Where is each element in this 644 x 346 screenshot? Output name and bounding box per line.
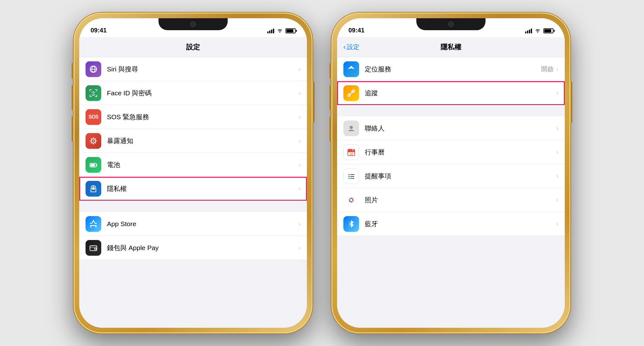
faceid-label: Face ID 與密碼 bbox=[107, 89, 298, 98]
photos-label: 照片 bbox=[365, 196, 556, 204]
battery-row-icon bbox=[86, 157, 101, 173]
phone-1: 09:41 設定 bbox=[74, 13, 313, 333]
reminders-label: 提醒事項 bbox=[365, 172, 556, 181]
settings-row-calendar[interactable]: 14 行事曆 › bbox=[337, 140, 565, 164]
settings-row-privacy[interactable]: 隱私權 › bbox=[79, 177, 307, 201]
svg-rect-25 bbox=[96, 164, 97, 166]
settings-row-exposure[interactable]: 暴露通知 › bbox=[79, 129, 307, 153]
sos-icon: SOS bbox=[86, 109, 101, 125]
signal-icon-2 bbox=[525, 29, 532, 33]
svg-point-12 bbox=[92, 92, 93, 92]
mute-button-2 bbox=[330, 63, 331, 79]
settings-row-battery[interactable]: 電池 › bbox=[79, 153, 307, 177]
status-icons-1 bbox=[267, 28, 296, 34]
svg-text:14: 14 bbox=[350, 152, 353, 155]
reminders-chevron: › bbox=[556, 172, 558, 180]
privacy-list: 定位服務 開啟 › 追蹤 bbox=[337, 57, 565, 328]
contacts-icon bbox=[343, 120, 359, 136]
svg-point-43 bbox=[348, 178, 350, 179]
bluetooth-icon bbox=[343, 216, 359, 232]
privacy-icon bbox=[86, 181, 101, 197]
svg-point-41 bbox=[348, 174, 350, 175]
location-chevron: › bbox=[556, 65, 558, 73]
settings-row-bluetooth[interactable]: 藍牙 › bbox=[337, 212, 565, 236]
svg-point-35 bbox=[350, 126, 353, 129]
wallet-icon bbox=[86, 240, 101, 256]
svg-line-22 bbox=[95, 138, 96, 139]
volume-up-button-2 bbox=[330, 85, 331, 110]
volume-down-button bbox=[72, 116, 74, 142]
settings-group-1: Siri 與搜尋 › bbox=[79, 57, 307, 201]
privacy-chevron: › bbox=[298, 185, 301, 192]
settings-row-tracking[interactable]: 追蹤 › bbox=[337, 81, 565, 105]
back-button[interactable]: ‹ 設定 bbox=[343, 43, 359, 51]
svg-point-15 bbox=[93, 140, 94, 142]
svg-line-21 bbox=[95, 142, 96, 143]
mute-button bbox=[72, 63, 74, 79]
photos-chevron: › bbox=[556, 196, 558, 204]
power-button-2 bbox=[570, 82, 572, 123]
exposure-icon bbox=[86, 133, 101, 149]
power-button bbox=[313, 82, 314, 123]
battery-icon-1 bbox=[286, 28, 296, 33]
location-value: 開啟 bbox=[541, 65, 554, 73]
settings-row-appstore[interactable]: App Store › bbox=[79, 212, 307, 236]
status-icons-2 bbox=[525, 28, 553, 34]
volume-up-button bbox=[72, 85, 74, 110]
section-separator-2 bbox=[337, 105, 565, 116]
notch-1 bbox=[158, 18, 228, 30]
tracking-label: 追蹤 bbox=[365, 89, 556, 98]
svg-rect-37 bbox=[348, 149, 355, 152]
appstore-icon bbox=[86, 216, 101, 232]
reminders-icon bbox=[343, 168, 359, 184]
settings-row-location[interactable]: 定位服務 開啟 › bbox=[337, 57, 565, 81]
privacy-title: 隱私權 bbox=[441, 42, 461, 52]
faceid-icon bbox=[86, 85, 101, 101]
svg-rect-26 bbox=[91, 164, 95, 166]
settings-row-siri[interactable]: Siri 與搜尋 › bbox=[79, 57, 307, 81]
calendar-label: 行事曆 bbox=[365, 148, 556, 157]
settings-row-faceid[interactable]: Face ID 與密碼 › bbox=[79, 81, 307, 105]
svg-rect-9 bbox=[97, 89, 97, 92]
bluetooth-chevron: › bbox=[556, 220, 558, 227]
siri-icon bbox=[86, 61, 101, 77]
sos-chevron: › bbox=[298, 113, 301, 120]
privacy-label: 隱私權 bbox=[107, 184, 298, 193]
back-label: 設定 bbox=[347, 43, 359, 51]
wifi-icon-1 bbox=[277, 28, 283, 34]
location-icon bbox=[343, 61, 359, 77]
svg-rect-10 bbox=[97, 95, 97, 97]
settings-row-wallet[interactable]: 錢包與 Apple Pay › bbox=[79, 236, 307, 260]
privacy-nav-header: ‹ 設定 隱私權 bbox=[337, 37, 565, 57]
tracking-icon bbox=[343, 85, 359, 101]
appstore-label: App Store bbox=[107, 220, 298, 228]
battery-label: 電池 bbox=[107, 160, 298, 169]
phone-2: 09:41 ‹ 設定 隱私權 bbox=[331, 13, 570, 333]
settings-row-contacts[interactable]: 聯絡人 › bbox=[337, 116, 565, 140]
settings-nav-header: 設定 bbox=[79, 37, 307, 57]
siri-label: Siri 與搜尋 bbox=[107, 65, 298, 74]
exposure-chevron: › bbox=[298, 137, 301, 144]
phone-screen-1: 09:41 設定 bbox=[79, 18, 307, 328]
privacy-group-tracking: 追蹤 › bbox=[337, 81, 565, 105]
sos-label: SOS 緊急服務 bbox=[107, 113, 298, 121]
volume-down-button-2 bbox=[330, 116, 331, 142]
wallet-label: 錢包與 Apple Pay bbox=[107, 243, 298, 252]
bluetooth-label: 藍牙 bbox=[365, 220, 556, 228]
location-label: 定位服務 bbox=[365, 65, 541, 74]
settings-row-photos[interactable]: 照片 › bbox=[337, 188, 565, 212]
settings-row-sos[interactable]: SOS SOS 緊急服務 › bbox=[79, 105, 307, 129]
svg-point-55 bbox=[350, 199, 353, 201]
settings-row-reminders[interactable]: 提醒事項 › bbox=[337, 164, 565, 188]
svg-line-20 bbox=[91, 138, 92, 139]
svg-point-42 bbox=[348, 176, 350, 177]
phone-screen-2: 09:41 ‹ 設定 隱私權 bbox=[337, 18, 565, 328]
contacts-label: 聯絡人 bbox=[365, 124, 556, 133]
signal-icon-1 bbox=[267, 29, 274, 33]
photos-icon bbox=[343, 192, 359, 208]
contacts-chevron: › bbox=[556, 125, 558, 132]
settings-group-2: App Store › 錢包與 Apple Pay › bbox=[79, 212, 307, 260]
appstore-chevron: › bbox=[298, 220, 301, 227]
wifi-icon-2 bbox=[535, 28, 541, 34]
calendar-chevron: › bbox=[556, 148, 558, 156]
